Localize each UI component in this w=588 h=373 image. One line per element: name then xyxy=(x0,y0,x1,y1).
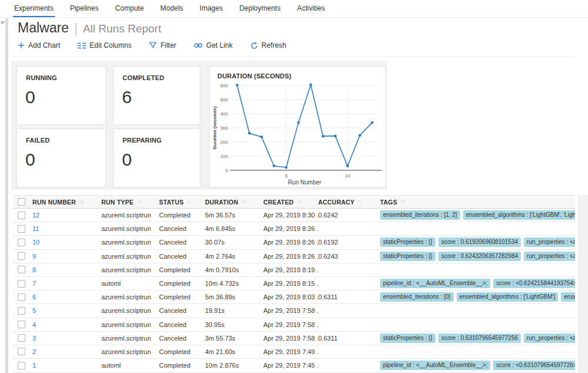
column-header-created[interactable]: CREATED↑↓ xyxy=(263,199,318,206)
created-cell: Apr 29, 2019 8:26 ... xyxy=(263,253,318,260)
run-link[interactable]: 9 xyxy=(32,253,36,260)
row-checkbox[interactable] xyxy=(18,334,25,342)
svg-text:600: 600 xyxy=(220,83,229,88)
tab-models[interactable]: Models xyxy=(159,0,184,17)
row-checkbox[interactable] xyxy=(18,252,25,260)
tag-chip: ensembled_algorithms : ['LightGBM', 'Lig… xyxy=(463,210,575,220)
run-link[interactable]: 1 xyxy=(32,362,36,369)
stat-card-failed: FAILED 0 xyxy=(16,128,106,187)
column-label: RUN NUMBER xyxy=(32,199,76,206)
select-all-checkbox[interactable] xyxy=(18,198,25,206)
column-label: RUN TYPE xyxy=(101,199,134,206)
tab-activities[interactable]: Activities xyxy=(296,0,326,17)
status-cell: Completed xyxy=(159,212,205,219)
run-link[interactable]: 12 xyxy=(32,212,39,219)
run-type-cell: azureml.scriptrun xyxy=(101,225,159,232)
row-checkbox[interactable] xyxy=(18,280,25,288)
row-checkbox[interactable] xyxy=(18,293,25,301)
run-link[interactable]: 5 xyxy=(32,307,36,314)
run-link[interactable]: 3 xyxy=(32,335,36,342)
column-header-tags[interactable]: TAGS↑↓ xyxy=(380,199,575,206)
column-header-duration[interactable]: DURATION↑↓ xyxy=(205,199,263,206)
row-checkbox[interactable] xyxy=(18,362,25,369)
tab-experiments[interactable]: Experiments xyxy=(13,0,55,17)
tab-pipelines[interactable]: Pipelines xyxy=(69,0,100,17)
row-checkbox[interactable] xyxy=(18,307,25,315)
collapsed-left-rail[interactable] xyxy=(5,18,8,373)
status-cell: Completed xyxy=(159,348,205,355)
top-nav: ExperimentsPipelinesComputeModelsImagesD… xyxy=(0,0,588,18)
table-row: 10azureml.scriptrunCanceled30.07sApr 29,… xyxy=(13,236,575,249)
row-checkbox[interactable] xyxy=(18,348,25,355)
tag-chip: score : 0.6243206357282984 xyxy=(438,252,521,261)
row-checkbox-cell xyxy=(13,293,32,301)
tab-images[interactable]: Images xyxy=(199,0,224,17)
column-header-status[interactable]: STATUS↑↓ xyxy=(159,199,205,206)
column-label: ACCURACY xyxy=(318,199,355,206)
edit-columns-button[interactable]: Edit Columns xyxy=(78,41,131,49)
toolbar-label: Filter xyxy=(160,41,176,49)
row-checkbox-cell xyxy=(13,225,32,233)
sort-icon: ↑↓ xyxy=(80,199,83,204)
created-cell: Apr 29, 2019 7:58 ... xyxy=(263,307,318,314)
tag-chip: ensemble_weights : [1.0] xyxy=(561,292,575,302)
svg-text:300: 300 xyxy=(220,126,229,131)
column-label: STATUS xyxy=(159,199,184,206)
tag-chip: score : <0.631079654597726>; xyxy=(493,361,575,370)
tag-chip: ensembled_algorithms : ['LightGBM'] xyxy=(457,292,559,302)
run-link[interactable]: 6 xyxy=(32,293,36,301)
sort-icon: ↑↓ xyxy=(297,199,300,204)
tag-chip: staticProperties : {} xyxy=(380,237,435,247)
column-header-accuracy[interactable]: ACCURACY↑↓ xyxy=(318,199,380,206)
row-checkbox[interactable] xyxy=(18,266,25,273)
created-cell: Apr 29, 2019 8:26 ... xyxy=(263,225,318,232)
row-checkbox[interactable] xyxy=(18,239,25,246)
table-row: 8azureml.scriptrunCompleted4m 0.7910sApr… xyxy=(13,263,575,277)
status-cell: Completed xyxy=(159,362,205,369)
tags-cell: pipeline_id : <__AutoML_Ensemble__>;scor… xyxy=(380,279,575,288)
duration-cell: 10m 2.876s xyxy=(205,362,263,369)
created-cell: Apr 29, 2019 7:45 ... xyxy=(263,362,318,369)
get-link-button[interactable]: Get Link xyxy=(194,41,233,49)
row-checkbox[interactable] xyxy=(18,321,25,328)
run-link[interactable]: 4 xyxy=(32,321,36,328)
run-link[interactable]: 11 xyxy=(32,225,39,232)
tags-cell: staticProperties : {}score : 0.631079654… xyxy=(380,334,575,343)
duration-cell: 30.07s xyxy=(205,239,263,246)
run-link[interactable]: 2 xyxy=(32,348,36,355)
title-separator: | xyxy=(74,21,78,36)
run-number-cell: 9 xyxy=(32,253,101,260)
sort-icon: ↑↓ xyxy=(242,199,245,204)
tag-chip: pipeline_id : <__AutoML_Ensemble__>; xyxy=(380,361,490,370)
table-row: 3azureml.scriptrunCanceled3m 55.73sApr 2… xyxy=(13,332,575,345)
duration-cell: 10m 4.732s xyxy=(205,280,263,287)
tab-deployments[interactable]: Deployments xyxy=(238,0,282,17)
accuracy-cell: 0.6192 xyxy=(318,239,380,246)
table-body: 12azureml.scriptrunCompleted5m 36.57sApr… xyxy=(13,209,575,372)
stat-label: RUNNING xyxy=(17,67,105,81)
run-link[interactable]: 8 xyxy=(32,266,36,273)
row-checkbox-cell xyxy=(13,212,32,219)
run-type-cell: automl xyxy=(101,362,159,369)
refresh-button[interactable]: Refresh xyxy=(250,41,286,49)
row-checkbox[interactable] xyxy=(18,212,25,219)
get-link-icon xyxy=(194,42,203,48)
add-chart-button[interactable]: Add Chart xyxy=(18,41,60,49)
column-header-run-type[interactable]: RUN TYPE↑↓ xyxy=(101,199,159,206)
duration-cell: 4m 2.764s xyxy=(205,253,263,260)
column-header-run-number[interactable]: RUN NUMBER↑↓ xyxy=(32,199,101,206)
toolbar-label: Get Link xyxy=(206,41,233,49)
filter-button[interactable]: Filter xyxy=(149,41,176,49)
created-cell: Apr 29, 2019 8:19 ... xyxy=(263,266,318,273)
expand-panel-icon[interactable]: » xyxy=(1,18,4,25)
stat-label: COMPLETED xyxy=(114,67,200,81)
tags-cell: pipeline_id : <__AutoML_Ensemble__>;scor… xyxy=(380,361,575,370)
duration-cell: 30.95s xyxy=(205,321,263,328)
run-type-cell: azureml.scriptrun xyxy=(101,266,159,273)
tab-compute[interactable]: Compute xyxy=(114,0,145,17)
svg-text:Duration (seconds): Duration (seconds) xyxy=(212,106,217,149)
run-link[interactable]: 10 xyxy=(32,239,39,246)
row-checkbox[interactable] xyxy=(18,225,25,233)
run-link[interactable]: 7 xyxy=(32,280,36,287)
table-row: 7automlCompleted10m 4.732sApr 29, 2019 8… xyxy=(13,277,575,291)
